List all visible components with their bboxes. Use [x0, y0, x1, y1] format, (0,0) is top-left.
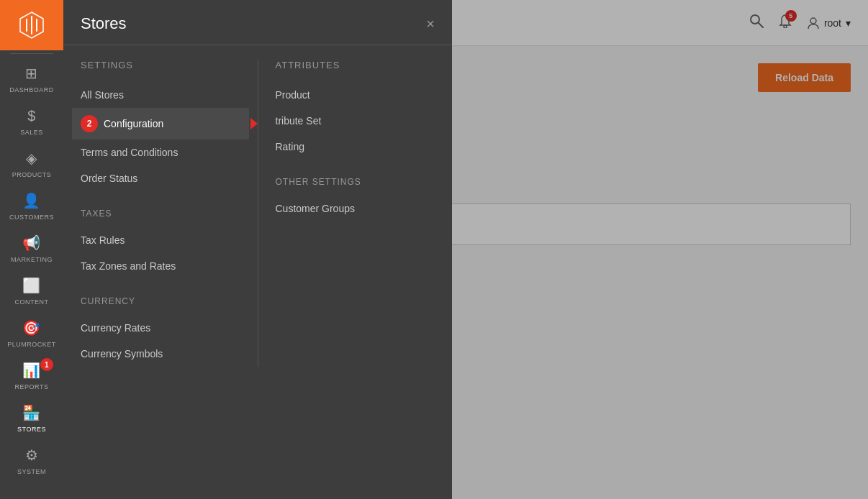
sidebar-dashboard-label: DASHBOARD — [9, 86, 54, 93]
terms-conditions-label: Terms and Conditions — [81, 147, 178, 158]
sidebar-item-customers[interactable]: 👤 CUSTOMERS — [0, 184, 63, 226]
currency-symbols-label: Currency Symbols — [81, 348, 163, 360]
sidebar-marketing-label: MARKETING — [11, 256, 53, 263]
tax-rules-label: Tax Rules — [81, 234, 125, 246]
stores-panel-body: Settings All Stores 2 Configuration Term… — [63, 45, 452, 381]
attributes-section-title: Attributes — [276, 60, 435, 70]
sidebar-item-products[interactable]: ◈ PRODUCTS — [0, 142, 63, 184]
tax-zones-label: Tax Zones and Rates — [81, 260, 176, 272]
stores-menu-all-stores[interactable]: All Stores — [81, 82, 240, 108]
sidebar-item-stores[interactable]: 🏪 STORES — [0, 396, 63, 439]
taxes-section-title: Taxes — [81, 209, 240, 219]
sidebar-item-dashboard[interactable]: ⊞ DASHBOARD — [0, 57, 63, 99]
sidebar-item-reports[interactable]: 1 📊 REPORTS — [0, 354, 63, 396]
sales-icon: $ — [21, 105, 42, 127]
other-settings-subsection: Other Settings Customer Groups — [276, 177, 435, 221]
sidebar-content-label: CONTENT — [15, 298, 49, 306]
arrow-indicator — [250, 118, 258, 129]
stores-right-col: Attributes Product tribute Set Rating Ot… — [258, 60, 453, 367]
content-icon: ⬜ — [21, 275, 42, 296]
stores-menu-currency-rates[interactable]: Currency Rates — [81, 315, 240, 341]
dashboard-icon: ⊞ — [21, 63, 42, 84]
currency-subsection: Currency Currency Rates Currency Symbols — [81, 296, 240, 367]
currency-section-title: Currency — [81, 296, 240, 306]
stores-close-button[interactable]: × — [426, 17, 435, 31]
configuration-label: Configuration — [104, 118, 163, 129]
stores-panel: Stores × Settings All Stores 2 Configura… — [63, 0, 452, 499]
sidebar-system-label: SYSTEM — [17, 468, 46, 475]
settings-section-title: Settings — [81, 60, 240, 70]
step-2-badge: 2 — [81, 115, 98, 132]
magento-logo[interactable] — [0, 0, 63, 50]
reports-badge: 1 — [40, 358, 53, 371]
sidebar-reports-label: REPORTS — [15, 383, 49, 390]
stores-menu-product[interactable]: Product — [276, 82, 435, 108]
stores-panel-header: Stores × — [63, 0, 452, 45]
order-status-label: Order Status — [81, 173, 137, 184]
stores-menu-customer-groups[interactable]: Customer Groups — [276, 196, 435, 221]
currency-rates-label: Currency Rates — [81, 322, 150, 334]
sidebar-item-content[interactable]: ⬜ CONTENT — [0, 269, 63, 311]
customer-groups-label: Customer Groups — [276, 203, 355, 214]
sidebar-item-sales[interactable]: $ SALES — [0, 99, 63, 142]
sidebar-products-label: PRODUCTS — [12, 171, 52, 178]
sidebar-customers-label: CUSTOMERS — [9, 214, 54, 221]
stores-menu-tax-rules[interactable]: Tax Rules — [81, 227, 240, 253]
products-icon: ◈ — [21, 147, 42, 169]
stores-menu-configuration[interactable]: 2 Configuration — [72, 108, 249, 139]
sidebar-stores-label: STORES — [17, 426, 46, 433]
sidebar-item-marketing[interactable]: 📢 MARKETING — [0, 226, 63, 269]
product-label: Product — [276, 89, 310, 101]
stores-menu-tax-zones[interactable]: Tax Zones and Rates — [81, 253, 240, 279]
stores-menu-rating[interactable]: Rating — [276, 134, 435, 160]
sidebar-plumrocket-label: PLUMROCKET — [7, 341, 56, 348]
marketing-icon: 📢 — [21, 232, 42, 254]
all-stores-label: All Stores — [81, 89, 124, 101]
sidebar-divider — [10, 53, 53, 54]
sidebar: ⊞ DASHBOARD $ SALES ◈ PRODUCTS 👤 CUSTOME… — [0, 0, 63, 499]
sidebar-sales-label: SALES — [20, 129, 43, 136]
stores-panel-title: Stores — [81, 14, 127, 33]
plumrocket-icon: 🎯 — [21, 317, 42, 339]
stores-menu-terms[interactable]: Terms and Conditions — [81, 139, 240, 165]
rating-label: Rating — [276, 141, 304, 152]
sidebar-item-system[interactable]: ⚙ SYSTEM — [0, 439, 63, 481]
stores-menu-attribute-set[interactable]: tribute Set — [276, 108, 435, 134]
stores-menu-currency-symbols[interactable]: Currency Symbols — [81, 341, 240, 367]
system-icon: ⚙ — [21, 444, 42, 466]
other-settings-section-title: Other Settings — [276, 177, 435, 187]
reports-icon: 📊 — [21, 360, 42, 381]
attribute-set-label: tribute Set — [276, 115, 322, 127]
stores-icon: 🏪 — [21, 402, 42, 424]
stores-menu-order-status[interactable]: Order Status — [81, 165, 240, 191]
stores-left-col: Settings All Stores 2 Configuration Term… — [63, 60, 258, 367]
sidebar-item-plumrocket[interactable]: 🎯 PLUMROCKET — [0, 311, 63, 354]
taxes-subsection: Taxes Tax Rules Tax Zones and Rates — [81, 209, 240, 279]
customers-icon: 👤 — [21, 190, 42, 211]
